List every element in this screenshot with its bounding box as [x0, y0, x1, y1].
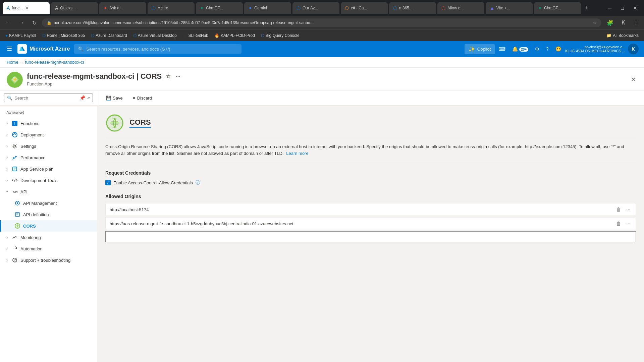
- svg-text:⚡: ⚡: [12, 77, 18, 82]
- sidebar-item-automation[interactable]: › Automation: [0, 243, 97, 254]
- inactive-tab-2[interactable]: A Quicks...: [51, 2, 98, 14]
- sidebar-item-settings[interactable]: › Settings: [0, 140, 97, 152]
- sidebar-item-app-service-plan[interactable]: › App Service plan: [0, 163, 97, 175]
- active-tab[interactable]: A func... ✕: [3, 2, 50, 14]
- functions-icon: f: [12, 120, 18, 126]
- inactive-tab-9[interactable]: ⬡ m365....: [389, 2, 436, 14]
- discard-btn[interactable]: ✕ Discard: [129, 94, 155, 103]
- maximize-btn[interactable]: □: [617, 4, 628, 12]
- delete-origin-2-btn[interactable]: 🗑: [615, 220, 622, 227]
- allowed-origins-title: Allowed Origins: [105, 194, 636, 199]
- sidebar-item-api-definition[interactable]: API definition: [0, 209, 97, 220]
- tab-label-11: Vite +...: [496, 6, 510, 10]
- new-origin-input[interactable]: [105, 231, 636, 242]
- close-page-btn[interactable]: ✕: [630, 74, 637, 84]
- extensions-btn[interactable]: 🧩: [604, 18, 616, 27]
- copilot-btn[interactable]: ✨ Copilot: [465, 44, 495, 54]
- sidebar-automation-label: Automation: [20, 246, 43, 251]
- inactive-tab-10[interactable]: ⬡ Allow o...: [437, 2, 484, 14]
- url-bar[interactable]: 🔒 portal.azure.com/#@klugavalon.com/reso…: [42, 18, 601, 27]
- cors-description-text: Cross-Origin Resource Sharing (CORS) all…: [105, 144, 624, 156]
- svg-text:?: ?: [14, 258, 16, 262]
- sidebar-item-performance[interactable]: › Performance: [0, 152, 97, 163]
- minimize-btn[interactable]: ─: [604, 4, 616, 12]
- breadcrumb-home[interactable]: Home: [7, 60, 18, 65]
- cors-header-icon: [105, 114, 124, 132]
- bookmark-bigquery[interactable]: ⬡ Big Query Console: [258, 32, 302, 39]
- tab-label-2: Quicks...: [60, 6, 76, 10]
- back-btn[interactable]: ←: [3, 18, 13, 27]
- page-header: ⚡ func-release-mgmt-sandbox-ci | CORS ☆ …: [0, 68, 644, 91]
- bookmark-label-5: SLI-GitHub: [189, 33, 208, 38]
- user-avatar[interactable]: K: [628, 44, 639, 54]
- window-controls: ─ □ ✕: [604, 4, 641, 12]
- more-options-btn[interactable]: ···: [174, 72, 181, 81]
- breadcrumb-resource[interactable]: func-release-mgmt-sandbox-ci: [25, 60, 84, 65]
- inactive-tab-8[interactable]: ⬡ c# - Ca...: [341, 2, 388, 14]
- learn-more-link[interactable]: Learn more: [286, 151, 308, 156]
- info-icon[interactable]: ⓘ: [196, 180, 200, 186]
- inactive-tab-6[interactable]: ✦ Gemini: [244, 2, 291, 14]
- inactive-tab-5[interactable]: ✦ ChatGP...: [196, 2, 243, 14]
- sidebar-search-input[interactable]: [14, 96, 77, 101]
- more-origin-2-btn[interactable]: ···: [625, 220, 632, 227]
- feedback-btn[interactable]: 😊: [553, 44, 564, 54]
- svg-point-7: [14, 145, 16, 147]
- sidebar-item-dev-tools[interactable]: › Development Tools: [0, 175, 97, 186]
- more-origin-1-btn[interactable]: ···: [625, 206, 632, 213]
- tab-close-btn[interactable]: ✕: [25, 5, 29, 11]
- notification-btn[interactable]: 🔔 20+: [509, 44, 531, 54]
- sidebar-item-preview[interactable]: (preview): [0, 107, 97, 118]
- sidebar-search-area: 🔍 📌 «: [0, 91, 97, 105]
- close-btn[interactable]: ✕: [629, 4, 641, 12]
- terminal-btn[interactable]: ⌨: [496, 44, 508, 54]
- bookmark-ms365[interactable]: ⬡ Home | Microsoft 365: [40, 32, 88, 39]
- inactive-tab-11[interactable]: ▲ Vite +...: [486, 2, 533, 14]
- bookmark-all[interactable]: 📁 All Bookmarks: [604, 32, 641, 39]
- settings-btn[interactable]: ⚙: [532, 44, 542, 54]
- inactive-tab-4[interactable]: ⬡ Azure: [148, 2, 195, 14]
- sidebar-item-cors[interactable]: CORS: [0, 220, 97, 232]
- help-btn[interactable]: ?: [543, 44, 551, 54]
- collapse-icon[interactable]: «: [87, 95, 90, 101]
- chevron-right-icon-2: ›: [6, 132, 8, 137]
- sidebar-monitoring-label: Monitoring: [20, 235, 41, 240]
- delete-origin-1-btn[interactable]: 🗑: [615, 206, 622, 213]
- inactive-tab-12[interactable]: ✦ ChatGP...: [534, 2, 581, 14]
- sidebar-item-api[interactable]: › API API: [0, 186, 97, 197]
- inactive-tab-3[interactable]: ✦ Ask a...: [99, 2, 146, 14]
- azure-search-input[interactable]: [86, 47, 237, 52]
- sidebar-item-monitoring[interactable]: › Monitoring: [0, 232, 97, 243]
- sidebar-search-container[interactable]: 🔍 📌 «: [4, 94, 93, 102]
- inactive-tab-7[interactable]: ⬡ Our Az...: [292, 2, 339, 14]
- favorite-btn[interactable]: ☆: [164, 72, 172, 81]
- bookmark-kampl-fcid[interactable]: 🔥 KAMPL-FCID-Prod: [212, 32, 258, 39]
- refresh-btn[interactable]: ↻: [30, 18, 39, 27]
- cors-header: CORS: [105, 114, 636, 132]
- azure-search-bar[interactable]: 🔍: [74, 44, 241, 54]
- enable-credentials-checkbox[interactable]: ✓: [105, 180, 111, 185]
- sidebar-item-support[interactable]: › ? Support + troubleshooting: [0, 254, 97, 266]
- svg-text:API: API: [13, 190, 17, 194]
- search-icon: 🔍: [7, 96, 12, 101]
- tab-label-10: Allow o...: [447, 6, 464, 10]
- bookmark-azure-dashboard[interactable]: ⬡ Azure Dashboard: [88, 32, 129, 39]
- menu-btn[interactable]: ⋮: [631, 18, 641, 27]
- sidebar-item-functions[interactable]: › f Functions: [0, 118, 97, 129]
- bookmark-avd[interactable]: ⬡ Azure Virtual Desktop: [130, 32, 179, 39]
- save-btn[interactable]: 💾 Save: [103, 94, 126, 103]
- sidebar-item-deployment[interactable]: › Deployment: [0, 129, 97, 140]
- sidebar-support-label: Support + troubleshooting: [20, 258, 70, 263]
- bookmark-kampl-payroll[interactable]: ● KAMPL Payroll: [3, 32, 39, 39]
- page-subtitle: Function App: [27, 81, 626, 90]
- sidebar-item-api-management[interactable]: API Management: [0, 197, 97, 209]
- forward-btn[interactable]: →: [16, 18, 27, 27]
- chevron-right-icon: ›: [6, 121, 8, 126]
- bookmark-github[interactable]: ⬤ SLI-GitHub: [180, 32, 211, 39]
- profile-btn[interactable]: K: [619, 18, 628, 27]
- bookmark-label-2: Home | Microsoft 365: [47, 33, 85, 38]
- origin-url-2: https://aas-release-mgmt-fe-sandbox-ci-1…: [110, 221, 615, 226]
- copilot-label: Copilot: [477, 47, 491, 52]
- sidebar-toggle-btn[interactable]: ☰: [5, 44, 13, 54]
- new-tab-btn[interactable]: +: [582, 3, 591, 13]
